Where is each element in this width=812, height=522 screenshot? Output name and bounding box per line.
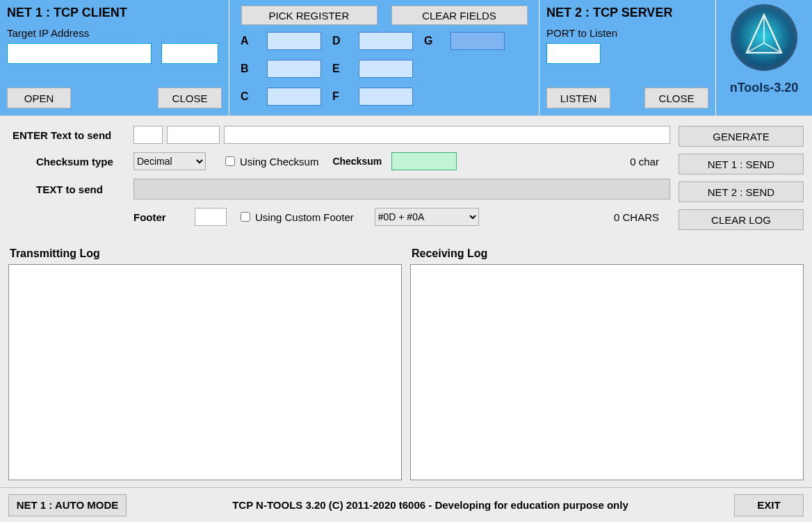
- using-footer-label: Using Custom Footer: [255, 211, 354, 223]
- footer-text: TCP N-TOOLS 3.20 (C) 2011-2020 t6006 - D…: [138, 499, 723, 511]
- config-row: ENTER Text to send Checksum type Decimal…: [0, 115, 812, 242]
- enter-text-b-input[interactable]: [167, 126, 220, 144]
- net2-close-button[interactable]: CLOSE: [644, 88, 708, 108]
- reg-e-input[interactable]: [359, 60, 413, 78]
- char-count: 0 char: [630, 156, 670, 168]
- exit-wrap: EXIT: [734, 494, 804, 516]
- reg-b-label: B: [241, 60, 256, 78]
- clear-log-button[interactable]: CLEAR LOG: [679, 209, 804, 230]
- logo-a-icon: [737, 10, 791, 65]
- net2-listen-button[interactable]: LISTEN: [546, 88, 610, 108]
- mode-wrap: NET 1 : AUTO MODE: [8, 494, 127, 516]
- action-buttons: GENERATE NET 1 : SEND NET 2 : SEND CLEAR…: [679, 123, 812, 242]
- enter-text-row: ENTER Text to send: [8, 126, 670, 144]
- rx-log-title: Receiving Log: [412, 247, 804, 260]
- checksum-value-input[interactable]: [391, 152, 457, 170]
- reg-c-label: C: [241, 88, 256, 106]
- net1-close-button[interactable]: CLOSE: [158, 88, 222, 108]
- checksum-label: Checksum: [332, 156, 382, 167]
- register-panel: PICK REGISTER CLEAR FIELDS A D G B E C F: [229, 0, 539, 115]
- auto-mode-button[interactable]: NET 1 : AUTO MODE: [8, 494, 127, 516]
- tx-log-title: Transmitting Log: [10, 247, 402, 260]
- net1-open-button[interactable]: OPEN: [7, 88, 71, 108]
- exit-button[interactable]: EXIT: [734, 494, 804, 516]
- checksum-type-label: Checksum type: [8, 156, 133, 168]
- net2-button-row: LISTEN CLOSE: [546, 88, 708, 108]
- net2-port-input[interactable]: [546, 43, 601, 64]
- enter-text-long-input[interactable]: [224, 126, 670, 144]
- net2-title: NET 2 : TCP SERVER: [546, 6, 708, 20]
- footer-bar: NET 1 : AUTO MODE TCP N-TOOLS 3.20 (C) 2…: [0, 487, 812, 522]
- checksum-type-select[interactable]: Decimal: [133, 152, 206, 170]
- reg-g-input[interactable]: [450, 32, 505, 50]
- footer-value-input[interactable]: [195, 208, 227, 226]
- chars-count: 0 CHARS: [614, 211, 670, 223]
- clear-fields-button[interactable]: CLEAR FIELDS: [391, 6, 528, 25]
- using-footer-check[interactable]: Using Custom Footer: [238, 210, 354, 224]
- reg-a-input[interactable]: [267, 32, 321, 50]
- pick-register-button[interactable]: PICK REGISTER: [241, 6, 377, 25]
- using-checksum-check[interactable]: Using Checksum: [222, 154, 318, 168]
- net1-title: NET 1 : TCP CLIENT: [7, 6, 222, 20]
- enter-text-label: ENTER Text to send: [8, 129, 133, 141]
- brand-name: nTools-3.20: [730, 81, 799, 95]
- net1-target-label: Target IP Address: [7, 27, 222, 39]
- register-button-row: PICK REGISTER CLEAR FIELDS: [236, 6, 532, 25]
- tx-log-col: Transmitting Log: [8, 246, 402, 480]
- footer-select[interactable]: #0D + #0A: [375, 208, 479, 226]
- text-to-send-row: TEXT to send: [8, 179, 670, 199]
- reg-b-input[interactable]: [267, 60, 321, 78]
- rx-log-box[interactable]: [410, 264, 804, 480]
- reg-a-label: A: [241, 32, 256, 50]
- generate-button[interactable]: GENERATE: [679, 126, 804, 147]
- net1-ip-row: [7, 43, 222, 64]
- rx-log-col: Receiving Log: [410, 246, 804, 480]
- net2-send-button[interactable]: NET 2 : SEND: [679, 181, 804, 202]
- reg-f-label: F: [332, 88, 348, 106]
- reg-c-input[interactable]: [267, 88, 321, 106]
- text-to-send-display: [133, 179, 670, 199]
- footer-label: Footer: [8, 211, 188, 223]
- brand-panel: nTools-3.20: [716, 0, 812, 115]
- using-checksum-label: Using Checksum: [240, 156, 318, 168]
- enter-text-a-input[interactable]: [133, 126, 163, 144]
- register-grid: A D G B E C F: [241, 32, 505, 106]
- net1-port-input[interactable]: [161, 43, 218, 64]
- reg-d-label: D: [332, 32, 348, 50]
- net2-port-label: PORT to Listen: [546, 27, 708, 39]
- using-checksum-checkbox[interactable]: [225, 156, 235, 166]
- net1-ip-input[interactable]: [7, 43, 152, 64]
- top-strip: NET 1 : TCP CLIENT Target IP Address OPE…: [0, 0, 812, 115]
- net1-send-button[interactable]: NET 1 : SEND: [679, 154, 804, 174]
- config-left: ENTER Text to send Checksum type Decimal…: [0, 123, 679, 242]
- tx-log-box[interactable]: [8, 264, 402, 480]
- reg-e-label: E: [332, 60, 348, 78]
- using-footer-checkbox[interactable]: [241, 212, 250, 222]
- logs-row: Transmitting Log Receiving Log: [0, 242, 812, 487]
- reg-f-input[interactable]: [359, 88, 413, 106]
- text-to-send-label: TEXT to send: [8, 183, 133, 195]
- reg-d-input[interactable]: [359, 32, 413, 50]
- net1-button-row: OPEN CLOSE: [7, 88, 222, 108]
- net1-panel: NET 1 : TCP CLIENT Target IP Address OPE…: [0, 0, 229, 115]
- brand-logo-icon: [731, 4, 797, 71]
- net2-panel: NET 2 : TCP SERVER PORT to Listen LISTEN…: [539, 0, 716, 115]
- footer-row: Footer Using Custom Footer #0D + #0A 0 C…: [8, 208, 670, 226]
- reg-g-label: G: [424, 32, 439, 50]
- checksum-row: Checksum type Decimal Using Checksum Che…: [8, 152, 670, 170]
